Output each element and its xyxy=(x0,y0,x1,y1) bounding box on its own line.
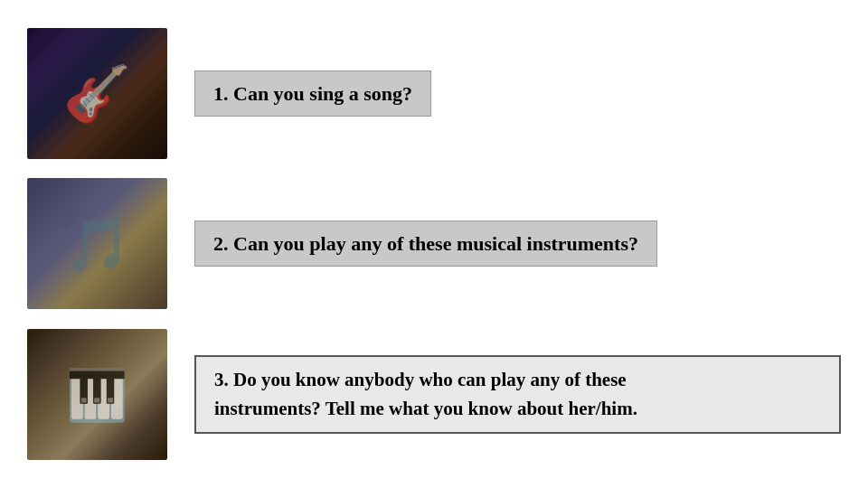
question-2-text-box: 2. Can you play any of these musical ins… xyxy=(194,221,841,267)
question-row-2: 2. Can you play any of these musical ins… xyxy=(27,178,841,309)
question-1-text-box: 1. Can you sing a song? xyxy=(194,70,841,117)
question-1-label: 1. Can you sing a song? xyxy=(194,70,431,117)
guitarist-image xyxy=(27,178,167,309)
question-row-1: 1. Can you sing a song? xyxy=(27,28,841,159)
page-container: 1. Can you sing a song? 2. Can you play … xyxy=(0,0,868,488)
question-3-line2: instruments? Tell me what you know about… xyxy=(214,395,821,424)
tablist-image xyxy=(27,329,167,460)
question-2-label: 2. Can you play any of these musical ins… xyxy=(194,221,657,267)
singer-image xyxy=(27,28,167,159)
question-3-label: 3. Do you know anybody who can play any … xyxy=(194,355,841,434)
question-3-text-box: 3. Do you know anybody who can play any … xyxy=(194,355,841,434)
question-row-3: 3. Do you know anybody who can play any … xyxy=(27,329,841,460)
question-3-line1: 3. Do you know anybody who can play any … xyxy=(214,366,821,395)
